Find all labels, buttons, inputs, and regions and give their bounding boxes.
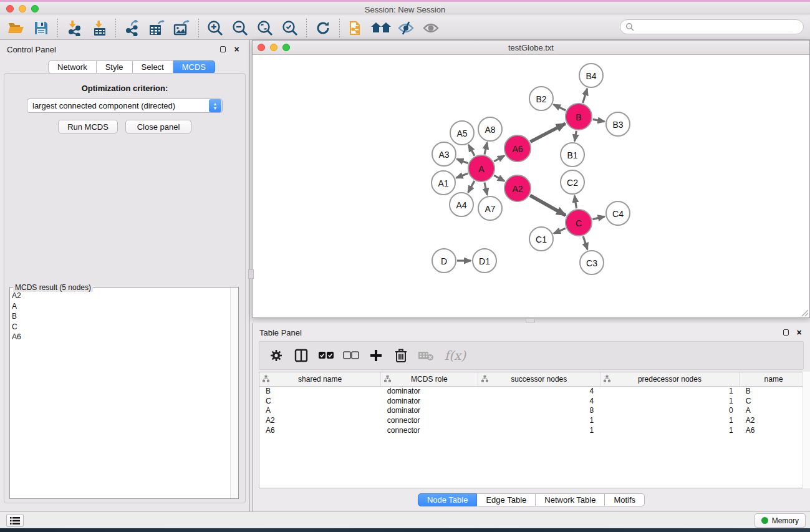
table-row[interactable]: Cdominator41C [259, 396, 808, 406]
network-graph[interactable]: B4B2BB3A8A5A6A3B1AA1C2A2A4A7C4CC1DD1C3 [253, 56, 809, 317]
list-item[interactable]: C [12, 322, 229, 332]
save-session-button[interactable] [29, 17, 54, 39]
table-cell[interactable]: C [259, 396, 381, 406]
table-cell[interactable]: 8 [478, 406, 600, 416]
graph-edge-A-A7[interactable] [485, 182, 487, 195]
graph-node-D[interactable]: D [432, 249, 456, 273]
graph-node-C2[interactable]: C2 [561, 170, 584, 194]
list-item[interactable]: B [12, 311, 229, 322]
graph-node-A[interactable]: A [468, 155, 494, 181]
window-resize-grip[interactable] [800, 308, 809, 317]
table-row[interactable]: A2connector11A2 [259, 415, 808, 425]
graph-edge-B-B1[interactable] [575, 131, 577, 142]
graph-edge-A-A6[interactable] [494, 156, 504, 162]
graph-node-C[interactable]: C [566, 210, 592, 236]
table-cell[interactable]: 4 [478, 386, 600, 396]
table-row[interactable]: Adominator80A [259, 406, 808, 416]
table-cell[interactable]: 1 [600, 396, 739, 406]
graph-node-B1[interactable]: B1 [561, 143, 584, 167]
memory-button[interactable]: Memory [755, 513, 806, 528]
table-cell[interactable]: 1 [600, 386, 739, 396]
graph-edge-C-C4[interactable] [592, 216, 604, 220]
graph-node-A1[interactable]: A1 [432, 171, 455, 195]
function-builder-button[interactable]: f(x) [440, 344, 470, 367]
graph-edge-A6-B[interactable] [530, 123, 565, 142]
graph-node-A2[interactable]: A2 [504, 175, 531, 201]
graph-node-C4[interactable]: C4 [606, 201, 630, 225]
table-settings-button[interactable] [266, 344, 287, 367]
table-cell[interactable]: B [740, 386, 808, 396]
graph-node-B2[interactable]: B2 [529, 87, 553, 110]
column-header-shared-name[interactable]: shared name [259, 372, 381, 386]
table-cell[interactable]: dominator [381, 406, 478, 416]
mcds-result-list[interactable]: A2ABCA6 [12, 291, 229, 496]
hide-selected-button[interactable] [393, 17, 418, 39]
tab-select[interactable]: Select [133, 60, 173, 74]
table-row[interactable]: Bdominator41B [259, 386, 808, 396]
graph-edge-A-A5[interactable] [469, 145, 475, 155]
graph-edge-A-A3[interactable] [457, 159, 468, 163]
tab-network-table[interactable]: Network Table [536, 493, 605, 506]
graph-edge-A-A2[interactable] [494, 175, 504, 181]
graph-edge-B-B2[interactable] [554, 105, 566, 110]
export-image-button[interactable] [170, 17, 195, 39]
search-input[interactable] [634, 22, 803, 31]
close-table-panel-icon[interactable]: × [795, 328, 803, 336]
column-header-successor-nodes[interactable]: successor nodes [478, 372, 600, 386]
table-cell[interactable]: 4 [478, 396, 600, 406]
graph-edge-A-A1[interactable] [456, 173, 468, 178]
graph-node-B3[interactable]: B3 [606, 112, 630, 136]
open-session-button[interactable] [4, 17, 29, 39]
table-row[interactable]: A6connector11A6 [259, 425, 808, 435]
select-all-button[interactable] [316, 344, 337, 367]
float-table-panel-icon[interactable] [782, 328, 790, 336]
run-mcds-button[interactable]: Run MCDS [58, 120, 118, 133]
table-cell[interactable]: A [259, 406, 381, 416]
delete-table-button[interactable] [415, 344, 436, 367]
tab-edge-table[interactable]: Edge Table [477, 493, 536, 506]
zoom-fit-button[interactable] [253, 17, 277, 39]
graph-node-D1[interactable]: D1 [473, 249, 496, 273]
table-scrollbar[interactable] [803, 372, 810, 488]
table-cell[interactable]: 1 [600, 425, 739, 435]
zoom-in-button[interactable] [203, 17, 228, 39]
table-cell[interactable]: connector [381, 425, 478, 435]
table-cell[interactable]: A6 [740, 425, 808, 435]
table-cell[interactable]: A [740, 406, 808, 416]
list-item[interactable]: A [12, 301, 229, 312]
table-cell[interactable]: 1 [478, 415, 600, 425]
tab-style[interactable]: Style [97, 60, 133, 74]
show-hidden-button[interactable] [418, 17, 443, 39]
close-panel-button[interactable]: Close panel [125, 120, 191, 133]
graph-node-A7[interactable]: A7 [478, 196, 502, 220]
table-cell[interactable]: C [740, 396, 808, 406]
new-network-from-file-button[interactable] [344, 17, 369, 39]
tab-motifs[interactable]: Motifs [605, 493, 645, 506]
zoom-out-button[interactable] [228, 17, 253, 39]
close-panel-icon[interactable]: × [233, 45, 241, 53]
graph-node-A3[interactable]: A3 [432, 142, 456, 166]
horizontal-split-grip[interactable] [526, 318, 535, 322]
vertical-split-grip[interactable] [248, 269, 254, 279]
tab-mcds[interactable]: MCDS [173, 60, 215, 74]
table-cell[interactable]: dominator [381, 396, 478, 406]
column-header-predecessor-nodes[interactable]: predecessor nodes [600, 372, 739, 386]
import-network-button[interactable] [62, 17, 87, 39]
graph-node-C3[interactable]: C3 [580, 251, 604, 274]
table-cell[interactable]: 1 [600, 415, 739, 425]
apply-layout-button[interactable] [311, 17, 335, 39]
zoom-selected-button[interactable] [277, 17, 302, 39]
list-item[interactable]: A6 [12, 332, 229, 342]
graph-edge-C-C2[interactable] [574, 196, 576, 209]
export-table-button[interactable] [145, 17, 170, 39]
graph-edge-B-B3[interactable] [593, 119, 605, 122]
create-column-button[interactable] [365, 344, 387, 367]
table-cell[interactable]: dominator [381, 386, 478, 396]
export-network-button[interactable] [120, 17, 145, 39]
delete-column-button[interactable] [390, 344, 412, 367]
search-field[interactable] [620, 19, 804, 34]
graph-node-C1[interactable]: C1 [529, 227, 553, 251]
column-header-MCDS-role[interactable]: MCDS role [381, 372, 478, 386]
result-scrollbar[interactable] [230, 288, 238, 498]
table-cell[interactable]: 1 [478, 425, 600, 435]
